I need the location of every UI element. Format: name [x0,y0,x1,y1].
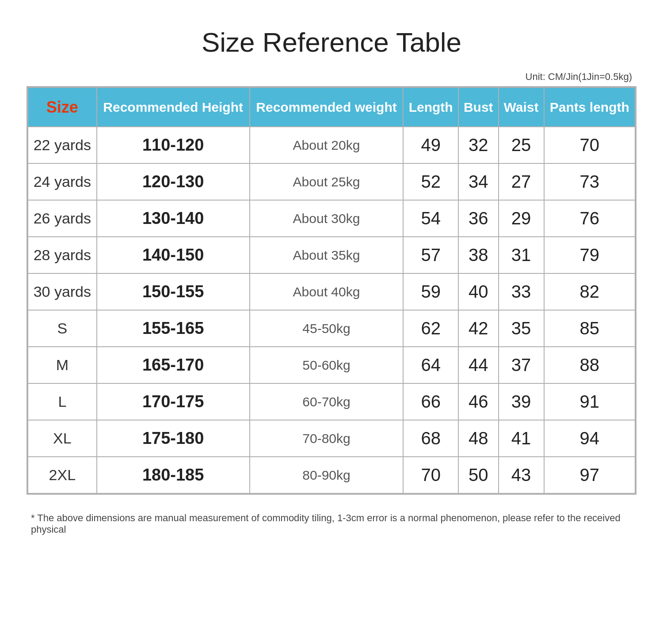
unit-note: Unit: CM/Jin(1Jin=0.5kg) [526,71,632,83]
cell-length: 57 [403,237,458,273]
table-row: 30 yards150-155About 40kg59403382 [28,273,635,310]
table-row: 24 yards120-130About 25kg52342773 [28,163,635,200]
table-row: M165-17050-60kg64443788 [28,347,635,383]
table-row: S155-16545-50kg62423585 [28,310,635,347]
cell-height: 120-130 [97,163,250,200]
cell-weight: About 40kg [250,273,404,310]
table-body: 22 yards110-120About 20kg4932257024 yard… [28,127,635,493]
table-row: XL175-18070-80kg68484194 [28,420,635,457]
table-row: L170-17560-70kg66463991 [28,383,635,420]
cell-waist: 41 [499,420,544,457]
table-row: 26 yards130-140About 30kg54362976 [28,200,635,237]
cell-weight: 80-90kg [250,457,404,493]
cell-height: 110-120 [97,127,250,163]
header-recommended-weight: Recommended weight [250,87,404,127]
cell-height: 170-175 [97,383,250,420]
cell-height: 165-170 [97,347,250,383]
cell-bust: 42 [458,310,499,347]
cell-pants-length: 73 [544,163,635,200]
cell-pants-length: 97 [544,457,635,493]
cell-waist: 39 [499,383,544,420]
cell-height: 150-155 [97,273,250,310]
cell-height: 130-140 [97,200,250,237]
header-waist: Waist [499,87,544,127]
cell-height: 140-150 [97,237,250,273]
cell-size: 28 yards [28,237,97,273]
cell-weight: About 20kg [250,127,404,163]
cell-length: 59 [403,273,458,310]
cell-length: 49 [403,127,458,163]
cell-pants-length: 76 [544,200,635,237]
cell-weight: About 35kg [250,237,404,273]
header-recommended-height: Recommended Height [97,87,250,127]
cell-length: 66 [403,383,458,420]
table-row: 28 yards140-150About 35kg57383179 [28,237,635,273]
cell-size: 30 yards [28,273,97,310]
cell-weight: About 25kg [250,163,404,200]
cell-waist: 37 [499,347,544,383]
cell-size: 26 yards [28,200,97,237]
cell-waist: 35 [499,310,544,347]
cell-bust: 34 [458,163,499,200]
cell-pants-length: 79 [544,237,635,273]
cell-length: 62 [403,310,458,347]
cell-length: 52 [403,163,458,200]
cell-height: 155-165 [97,310,250,347]
cell-size: 22 yards [28,127,97,163]
cell-size: L [28,383,97,420]
cell-waist: 33 [499,273,544,310]
header-pants-length: Pants length [544,87,635,127]
footnote: * The above dimensions are manual measur… [27,512,636,535]
cell-weight: 50-60kg [250,347,404,383]
cell-size: S [28,310,97,347]
cell-weight: About 30kg [250,200,404,237]
table-header-row: Size Recommended Height Recommended weig… [28,87,635,127]
cell-height: 180-185 [97,457,250,493]
cell-length: 54 [403,200,458,237]
table-row: 2XL180-18580-90kg70504397 [28,457,635,493]
header-length: Length [403,87,458,127]
cell-waist: 29 [499,200,544,237]
cell-waist: 43 [499,457,544,493]
header-size: Size [28,87,97,127]
cell-bust: 36 [458,200,499,237]
cell-bust: 32 [458,127,499,163]
cell-bust: 38 [458,237,499,273]
cell-pants-length: 85 [544,310,635,347]
cell-size: 24 yards [28,163,97,200]
cell-pants-length: 94 [544,420,635,457]
table-row: 22 yards110-120About 20kg49322570 [28,127,635,163]
cell-bust: 48 [458,420,499,457]
cell-pants-length: 70 [544,127,635,163]
cell-size: 2XL [28,457,97,493]
cell-bust: 40 [458,273,499,310]
cell-pants-length: 88 [544,347,635,383]
cell-length: 70 [403,457,458,493]
cell-waist: 31 [499,237,544,273]
cell-weight: 70-80kg [250,420,404,457]
cell-height: 175-180 [97,420,250,457]
cell-size: M [28,347,97,383]
cell-weight: 60-70kg [250,383,404,420]
cell-length: 68 [403,420,458,457]
size-table-wrapper: Size Recommended Height Recommended weig… [27,86,636,495]
cell-weight: 45-50kg [250,310,404,347]
page-title: Size Reference Table [202,27,461,58]
cell-length: 64 [403,347,458,383]
cell-bust: 46 [458,383,499,420]
cell-waist: 25 [499,127,544,163]
size-reference-table: Size Recommended Height Recommended weig… [27,87,636,494]
header-bust: Bust [458,87,499,127]
cell-bust: 44 [458,347,499,383]
cell-size: XL [28,420,97,457]
cell-waist: 27 [499,163,544,200]
cell-pants-length: 82 [544,273,635,310]
cell-bust: 50 [458,457,499,493]
cell-pants-length: 91 [544,383,635,420]
